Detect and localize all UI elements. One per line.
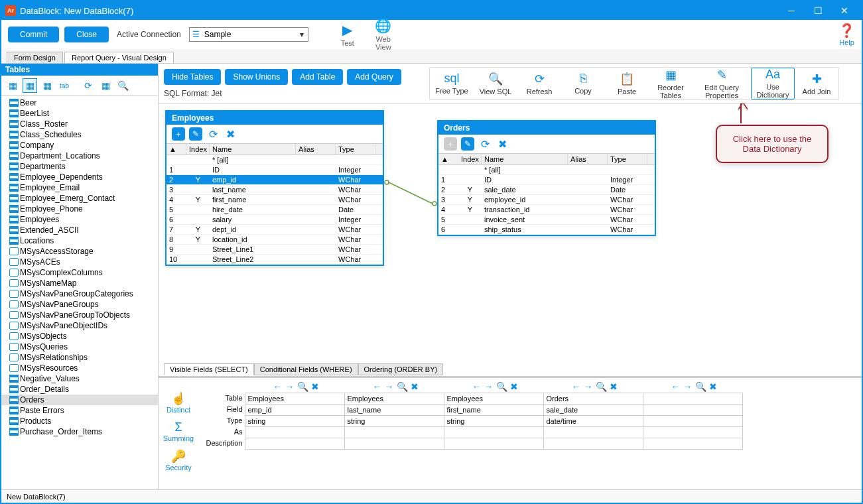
field-as-cell[interactable] — [344, 426, 444, 438]
field-type-cell[interactable]: string — [245, 415, 345, 427]
remove-column-icon[interactable]: ✖ — [411, 381, 419, 392]
field-description-cell[interactable] — [245, 438, 345, 450]
column-controls[interactable]: ←→🔍✖ — [246, 381, 346, 393]
tree-item-department-locations[interactable]: Department_Locations — [1, 151, 158, 161]
canvas-body[interactable]: Employees ＋ ✎ ⟳ ✖ ▲IndexNameAliasType* [… — [159, 103, 862, 489]
refresh-tree-icon[interactable]: ⟳ — [81, 78, 96, 93]
add-field-icon[interactable]: ＋ — [444, 137, 457, 151]
hide-tables-button[interactable]: Hide Tables — [164, 69, 221, 85]
zoom-icon[interactable]: 🔍 — [596, 381, 607, 392]
column-controls[interactable]: ←→🔍✖ — [545, 381, 644, 393]
field-row[interactable]: 1IDInteger — [166, 165, 383, 175]
field-field-cell[interactable] — [643, 404, 743, 416]
remove-card-icon[interactable]: ✖ — [496, 137, 509, 151]
tree-item-class-schedules[interactable]: Class_Schedules — [1, 129, 158, 140]
field-field-cell[interactable]: emp_id — [245, 404, 345, 416]
field-type-cell[interactable]: string — [444, 415, 544, 427]
field-row[interactable]: 5hire_dateDate — [166, 205, 383, 215]
field-row[interactable]: 10Street_Line2WChar — [166, 255, 383, 265]
close-button[interactable]: Close — [64, 27, 109, 42]
tree-item-msysnavpanegroupcategories[interactable]: MSysNavPaneGroupCategories — [1, 288, 158, 299]
tab-ordering[interactable]: Ordering (ORDER BY) — [358, 363, 444, 375]
field-row[interactable]: 9Street_Line1WChar — [166, 245, 383, 255]
search-tree-icon[interactable]: 🔍 — [115, 78, 130, 93]
field-row[interactable]: 5invoice_sentWChar — [438, 215, 655, 225]
move-right-icon[interactable]: → — [385, 381, 394, 392]
tree-item-msysrelationships[interactable]: MSysRelationships — [1, 352, 158, 363]
field-type-cell[interactable] — [643, 415, 743, 427]
tree-item-beer[interactable]: Beer — [1, 97, 158, 108]
tab-conditional-fields[interactable]: Conditional Fields (WHERE) — [254, 363, 358, 375]
zoom-icon[interactable]: 🔍 — [297, 381, 308, 392]
tree-item-purchase-order-items[interactable]: Purchase_Order_Items — [1, 426, 158, 437]
move-right-icon[interactable]: → — [285, 381, 295, 392]
field-row[interactable]: 6ship_statusWChar — [438, 225, 655, 235]
field-field-cell[interactable]: first_name — [444, 404, 544, 416]
tree-item-locations[interactable]: Locations — [1, 235, 158, 246]
field-table-cell[interactable]: Employees — [344, 393, 444, 405]
move-right-icon[interactable]: → — [484, 381, 494, 392]
tree-item-msysnavpanegrouptoobjects[interactable]: MSysNavPaneGroupToObjects — [1, 310, 158, 320]
refresh-card-icon[interactable]: ⟳ — [478, 137, 492, 151]
free-type-button[interactable]: sqlFree Type — [430, 68, 474, 99]
join-connector[interactable] — [384, 180, 437, 206]
use-dictionary-button[interactable]: AaUse Dictionary — [751, 68, 795, 99]
table-tree[interactable]: BeerBeerListClass_RosterClass_SchedulesC… — [1, 96, 158, 489]
view-simple-icon[interactable]: ▦ — [5, 78, 20, 93]
show-unions-button[interactable]: Show Unions — [225, 69, 288, 85]
test-button[interactable]: ▶ Test — [332, 22, 363, 47]
field-description-cell[interactable] — [643, 438, 743, 450]
security-button[interactable]: 🔑Security — [165, 449, 192, 472]
tree-item-msysnamemap[interactable]: MSysNameMap — [1, 278, 158, 288]
edit-field-icon[interactable]: ✎ — [461, 137, 474, 151]
web-view-button[interactable]: 🌐 Web View — [368, 18, 399, 51]
view-detail-icon[interactable]: ▦ — [23, 78, 37, 93]
help-button[interactable]: ❓ Help — [838, 23, 855, 46]
tab-form-design[interactable]: Form Design — [7, 52, 63, 63]
move-right-icon[interactable]: → — [584, 381, 593, 392]
field-row[interactable]: 8Ylocation_idWChar — [166, 235, 383, 245]
add-table-button[interactable]: Add Table — [292, 69, 343, 85]
view-grid-icon[interactable]: ▦ — [40, 78, 54, 93]
column-controls[interactable]: ←→🔍✖ — [346, 381, 445, 393]
tree-item-negative-values[interactable]: Negative_Values — [1, 373, 158, 384]
field-description-cell[interactable] — [543, 438, 643, 450]
move-left-icon[interactable]: ← — [572, 381, 581, 392]
move-left-icon[interactable]: ← — [273, 381, 283, 392]
field-row[interactable]: 2Ysale_dateDate — [438, 185, 655, 195]
zoom-icon[interactable]: 🔍 — [695, 381, 706, 392]
field-row[interactable]: 1IDInteger — [438, 175, 655, 185]
field-as-cell[interactable] — [444, 426, 544, 438]
tree-item-departments[interactable]: Departments — [1, 161, 158, 172]
remove-column-icon[interactable]: ✖ — [709, 381, 717, 392]
tree-item-products[interactable]: Products — [1, 416, 158, 426]
remove-column-icon[interactable]: ✖ — [610, 381, 618, 392]
move-left-icon[interactable]: ← — [671, 381, 681, 392]
move-left-icon[interactable]: ← — [472, 381, 482, 392]
tree-item-msysaces[interactable]: MSysACEs — [1, 257, 158, 267]
edit-field-icon[interactable]: ✎ — [189, 127, 202, 141]
tab-report-query[interactable]: Report Query - Visual Design — [64, 52, 174, 63]
table-options-icon[interactable]: ▦ — [98, 78, 113, 93]
tree-item-msyscomplexcolumns[interactable]: MSysComplexColumns — [1, 267, 158, 278]
tree-item-company[interactable]: Company — [1, 140, 158, 151]
maximize-button[interactable]: ☐ — [805, 1, 831, 20]
field-row[interactable]: 4Ytransaction_idWChar — [438, 205, 655, 215]
remove-column-icon[interactable]: ✖ — [510, 381, 518, 392]
tree-item-msysqueries[interactable]: MSysQueries — [1, 342, 158, 352]
field-description-cell[interactable] — [344, 438, 444, 450]
field-row[interactable]: 4Yfirst_nameWChar — [166, 195, 383, 205]
tree-item-order-details[interactable]: Order_Details — [1, 384, 158, 395]
orders-table-card[interactable]: Orders ＋ ✎ ⟳ ✖ ▲IndexNameAliasType* [all… — [437, 120, 656, 236]
tree-item-employee-emerg-contact[interactable]: Employee_Emerg_Contact — [1, 193, 158, 204]
zoom-icon[interactable]: 🔍 — [397, 381, 408, 392]
move-left-icon[interactable]: ← — [373, 381, 382, 392]
commit-button[interactable]: Commit — [8, 27, 59, 42]
field-as-cell[interactable] — [643, 426, 743, 438]
refresh-card-icon[interactable]: ⟳ — [206, 127, 220, 141]
paste-button[interactable]: 📋Paste — [605, 68, 649, 99]
tree-item-employee-dependents[interactable]: Employee_Dependents — [1, 172, 158, 182]
tree-item-employee-phone[interactable]: Employee_Phone — [1, 204, 158, 214]
distinct-button[interactable]: ☝Distinct — [166, 391, 190, 414]
field-row[interactable]: 2Yemp_idWChar — [166, 175, 383, 185]
